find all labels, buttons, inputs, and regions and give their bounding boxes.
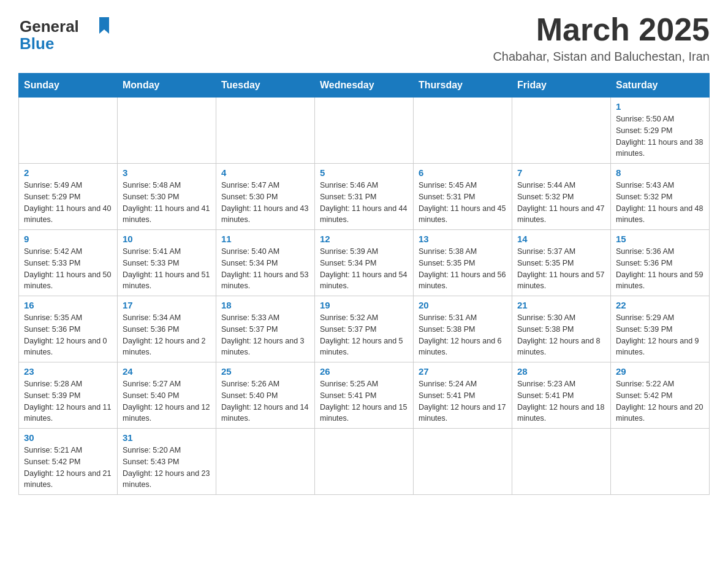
day-number: 6 bbox=[419, 167, 507, 178]
calendar-cell bbox=[414, 98, 512, 164]
calendar-week-3: 9 Sunrise: 5:42 AMSunset: 5:33 PMDayligh… bbox=[19, 230, 710, 296]
day-number: 23 bbox=[24, 366, 112, 377]
calendar-cell: 7 Sunrise: 5:44 AMSunset: 5:32 PMDayligh… bbox=[512, 164, 611, 230]
calendar-cell bbox=[414, 429, 512, 495]
day-info: Sunrise: 5:33 AMSunset: 5:37 PMDaylight:… bbox=[221, 312, 309, 358]
day-info: Sunrise: 5:48 AMSunset: 5:30 PMDaylight:… bbox=[123, 180, 211, 226]
day-info: Sunrise: 5:25 AMSunset: 5:41 PMDaylight:… bbox=[320, 378, 408, 424]
day-info: Sunrise: 5:34 AMSunset: 5:36 PMDaylight:… bbox=[123, 312, 211, 358]
day-info: Sunrise: 5:23 AMSunset: 5:41 PMDaylight:… bbox=[517, 378, 605, 424]
day-info: Sunrise: 5:37 AMSunset: 5:35 PMDaylight:… bbox=[517, 246, 605, 292]
day-number: 11 bbox=[221, 234, 309, 244]
day-info: Sunrise: 5:42 AMSunset: 5:33 PMDaylight:… bbox=[24, 246, 112, 292]
day-info: Sunrise: 5:39 AMSunset: 5:34 PMDaylight:… bbox=[320, 246, 408, 292]
day-number: 30 bbox=[24, 432, 112, 443]
svg-text:Blue: Blue bbox=[20, 34, 54, 53]
day-number: 16 bbox=[24, 300, 112, 310]
calendar-cell: 29 Sunrise: 5:22 AMSunset: 5:42 PMDaylig… bbox=[611, 362, 710, 429]
location-title: Chabahar, Sistan and Baluchestan, Iran bbox=[493, 50, 710, 64]
calendar-cell: 30 Sunrise: 5:21 AMSunset: 5:42 PMDaylig… bbox=[19, 429, 118, 495]
calendar-cell: 10 Sunrise: 5:41 AMSunset: 5:33 PMDaylig… bbox=[118, 230, 216, 296]
calendar-cell: 6 Sunrise: 5:45 AMSunset: 5:31 PMDayligh… bbox=[414, 164, 512, 230]
weekday-header-row: SundayMondayTuesdayWednesdayThursdayFrid… bbox=[19, 74, 710, 98]
day-info: Sunrise: 5:27 AMSunset: 5:40 PMDaylight:… bbox=[123, 378, 211, 424]
day-number: 2 bbox=[24, 167, 112, 178]
svg-marker-2 bbox=[99, 17, 109, 34]
day-number: 22 bbox=[616, 300, 704, 310]
svg-text:General: General bbox=[20, 17, 79, 36]
calendar-cell: 20 Sunrise: 5:31 AMSunset: 5:38 PMDaylig… bbox=[414, 296, 512, 362]
day-number: 5 bbox=[320, 167, 408, 178]
calendar-cell bbox=[19, 98, 118, 164]
calendar-cell: 16 Sunrise: 5:35 AMSunset: 5:36 PMDaylig… bbox=[19, 296, 118, 362]
day-number: 13 bbox=[419, 234, 507, 244]
day-number: 31 bbox=[123, 432, 211, 443]
calendar-cell: 17 Sunrise: 5:34 AMSunset: 5:36 PMDaylig… bbox=[118, 296, 216, 362]
day-info: Sunrise: 5:49 AMSunset: 5:29 PMDaylight:… bbox=[24, 180, 112, 226]
day-info: Sunrise: 5:40 AMSunset: 5:34 PMDaylight:… bbox=[221, 246, 309, 292]
calendar-week-1: 1 Sunrise: 5:50 AMSunset: 5:29 PMDayligh… bbox=[19, 98, 710, 164]
calendar-cell: 22 Sunrise: 5:29 AMSunset: 5:39 PMDaylig… bbox=[611, 296, 710, 362]
day-number: 20 bbox=[419, 300, 507, 310]
month-title: March 2025 bbox=[493, 12, 710, 47]
day-info: Sunrise: 5:43 AMSunset: 5:32 PMDaylight:… bbox=[616, 180, 704, 226]
calendar-cell: 9 Sunrise: 5:42 AMSunset: 5:33 PMDayligh… bbox=[19, 230, 118, 296]
day-number: 14 bbox=[517, 234, 605, 244]
day-number: 3 bbox=[123, 167, 211, 178]
day-number: 10 bbox=[123, 234, 211, 244]
calendar-cell: 3 Sunrise: 5:48 AMSunset: 5:30 PMDayligh… bbox=[118, 164, 216, 230]
day-info: Sunrise: 5:24 AMSunset: 5:41 PMDaylight:… bbox=[419, 378, 507, 424]
calendar-cell bbox=[216, 429, 315, 495]
calendar-cell: 12 Sunrise: 5:39 AMSunset: 5:34 PMDaylig… bbox=[315, 230, 414, 296]
calendar-week-4: 16 Sunrise: 5:35 AMSunset: 5:36 PMDaylig… bbox=[19, 296, 710, 362]
calendar-cell: 18 Sunrise: 5:33 AMSunset: 5:37 PMDaylig… bbox=[216, 296, 315, 362]
calendar-cell: 8 Sunrise: 5:43 AMSunset: 5:32 PMDayligh… bbox=[611, 164, 710, 230]
calendar-cell: 5 Sunrise: 5:46 AMSunset: 5:31 PMDayligh… bbox=[315, 164, 414, 230]
weekday-header-sunday: Sunday bbox=[19, 74, 118, 98]
day-info: Sunrise: 5:46 AMSunset: 5:31 PMDaylight:… bbox=[320, 180, 408, 226]
day-info: Sunrise: 5:21 AMSunset: 5:42 PMDaylight:… bbox=[24, 445, 112, 491]
calendar-cell: 11 Sunrise: 5:40 AMSunset: 5:34 PMDaylig… bbox=[216, 230, 315, 296]
calendar-cell bbox=[118, 98, 216, 164]
day-number: 8 bbox=[616, 167, 704, 178]
calendar-cell: 24 Sunrise: 5:27 AMSunset: 5:40 PMDaylig… bbox=[118, 362, 216, 429]
calendar-cell: 2 Sunrise: 5:49 AMSunset: 5:29 PMDayligh… bbox=[19, 164, 118, 230]
day-number: 9 bbox=[24, 234, 112, 244]
calendar-cell: 14 Sunrise: 5:37 AMSunset: 5:35 PMDaylig… bbox=[512, 230, 611, 296]
calendar-cell: 26 Sunrise: 5:25 AMSunset: 5:41 PMDaylig… bbox=[315, 362, 414, 429]
calendar-cell bbox=[315, 98, 414, 164]
calendar-cell: 1 Sunrise: 5:50 AMSunset: 5:29 PMDayligh… bbox=[611, 98, 710, 164]
page-header: General Blue March 2025 Chabahar, Sistan… bbox=[18, 12, 710, 64]
day-info: Sunrise: 5:22 AMSunset: 5:42 PMDaylight:… bbox=[616, 378, 704, 424]
day-number: 24 bbox=[123, 366, 211, 377]
calendar-cell: 28 Sunrise: 5:23 AMSunset: 5:41 PMDaylig… bbox=[512, 362, 611, 429]
day-info: Sunrise: 5:38 AMSunset: 5:35 PMDaylight:… bbox=[419, 246, 507, 292]
day-info: Sunrise: 5:45 AMSunset: 5:31 PMDaylight:… bbox=[419, 180, 507, 226]
weekday-header-wednesday: Wednesday bbox=[315, 74, 414, 98]
day-info: Sunrise: 5:32 AMSunset: 5:37 PMDaylight:… bbox=[320, 312, 408, 358]
day-number: 19 bbox=[320, 300, 408, 310]
day-number: 17 bbox=[123, 300, 211, 310]
calendar-week-6: 30 Sunrise: 5:21 AMSunset: 5:42 PMDaylig… bbox=[19, 429, 710, 495]
day-info: Sunrise: 5:35 AMSunset: 5:36 PMDaylight:… bbox=[24, 312, 112, 358]
day-info: Sunrise: 5:50 AMSunset: 5:29 PMDaylight:… bbox=[616, 113, 704, 159]
calendar-week-2: 2 Sunrise: 5:49 AMSunset: 5:29 PMDayligh… bbox=[19, 164, 710, 230]
day-number: 12 bbox=[320, 234, 408, 244]
day-number: 15 bbox=[616, 234, 704, 244]
weekday-header-thursday: Thursday bbox=[414, 74, 512, 98]
day-number: 25 bbox=[221, 366, 309, 377]
calendar-cell: 19 Sunrise: 5:32 AMSunset: 5:37 PMDaylig… bbox=[315, 296, 414, 362]
calendar-week-5: 23 Sunrise: 5:28 AMSunset: 5:39 PMDaylig… bbox=[19, 362, 710, 429]
day-info: Sunrise: 5:44 AMSunset: 5:32 PMDaylight:… bbox=[517, 180, 605, 226]
day-info: Sunrise: 5:31 AMSunset: 5:38 PMDaylight:… bbox=[419, 312, 507, 358]
day-number: 27 bbox=[419, 366, 507, 377]
day-info: Sunrise: 5:26 AMSunset: 5:40 PMDaylight:… bbox=[221, 378, 309, 424]
day-number: 4 bbox=[221, 167, 309, 178]
weekday-header-friday: Friday bbox=[512, 74, 611, 98]
day-number: 7 bbox=[517, 167, 605, 178]
weekday-header-saturday: Saturday bbox=[611, 74, 710, 98]
logo-svg: General Blue bbox=[18, 12, 116, 55]
calendar-cell bbox=[315, 429, 414, 495]
calendar-cell: 23 Sunrise: 5:28 AMSunset: 5:39 PMDaylig… bbox=[19, 362, 118, 429]
calendar-cell: 21 Sunrise: 5:30 AMSunset: 5:38 PMDaylig… bbox=[512, 296, 611, 362]
